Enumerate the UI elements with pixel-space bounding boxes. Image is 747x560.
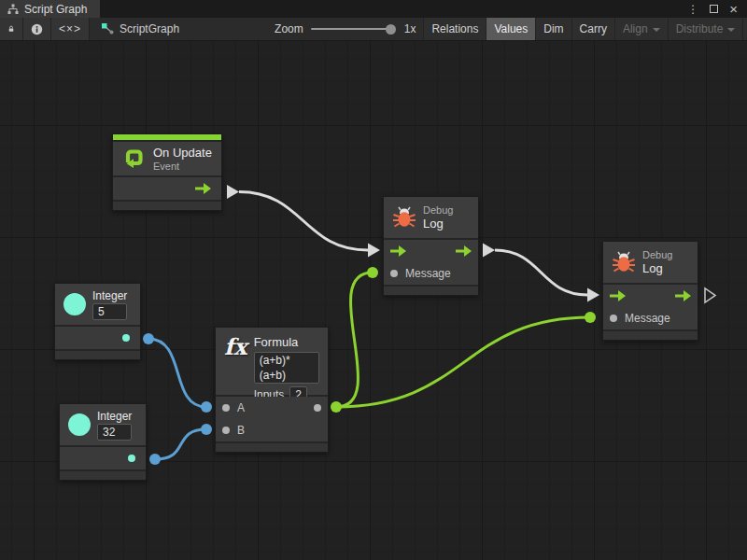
lock-icon [7, 22, 15, 35]
integer-value-field[interactable]: 32 [97, 424, 132, 441]
node-footer [384, 287, 478, 295]
formula-output-port[interactable] [314, 404, 321, 412]
node-title: Formula [254, 335, 319, 349]
event-active-strip [113, 134, 221, 140]
toolbar-button-carry[interactable]: Carry [571, 18, 614, 40]
node-title: Log [423, 217, 453, 231]
wire-endpoint [201, 401, 212, 413]
lock-button[interactable] [0, 18, 23, 40]
integer-value-field[interactable]: 5 [92, 303, 127, 320]
integer-output-port[interactable] [128, 455, 135, 462]
graph-toolbar: <×> ScriptGraph Zoom 1x Relations Values… [0, 18, 747, 41]
node-debug-log-1[interactable]: Debug Log Message [383, 196, 479, 296]
graph-hierarchy-icon [7, 4, 19, 15]
info-button[interactable] [23, 18, 51, 40]
breadcrumb-label: ScriptGraph [120, 22, 179, 35]
wire-flow-onupdate-log1[interactable] [239, 192, 368, 251]
wire-endpoint [149, 454, 161, 465]
node-on-update[interactable]: On Update Event [112, 133, 222, 211]
node-title: Integer [97, 410, 132, 423]
node-debug-log-2[interactable]: Debug Log Message [602, 241, 698, 341]
node-footer [603, 331, 698, 340]
message-input-port[interactable] [610, 315, 617, 322]
breadcrumb[interactable]: ScriptGraph [90, 18, 189, 40]
close-icon[interactable]: × [729, 2, 738, 16]
zoom-slider-handle[interactable] [386, 24, 396, 35]
window-menu-icon[interactable]: ⋮ [687, 4, 698, 15]
flow-output-port[interactable] [456, 245, 472, 257]
toolbar-button-align[interactable]: Align [614, 18, 668, 40]
flow-cap-log1 [483, 244, 495, 258]
integer-type-icon [68, 413, 91, 436]
graph-canvas[interactable]: On Update Event Debu [0, 41, 747, 560]
wire-value-int1-formula-a[interactable] [148, 339, 206, 407]
toolbar-button-dim[interactable]: Dim [535, 18, 571, 40]
toolbar-button-distribute[interactable]: Distribute [668, 18, 743, 40]
wire-endpoint [201, 424, 212, 435]
tab-script-graph[interactable]: Script Graph [0, 0, 100, 18]
flow-input-port[interactable] [390, 245, 406, 257]
node-subtitle: Event [153, 161, 212, 172]
wire-value-formula-log1[interactable] [336, 273, 373, 407]
port-label: A [237, 401, 245, 414]
debug-bug-icon [612, 250, 636, 274]
debug-bug-icon [392, 205, 416, 230]
script-graph-asset-icon [101, 22, 114, 35]
flow-arrowhead-log2 [587, 288, 599, 302]
wire-value-formula-log2[interactable] [336, 317, 590, 407]
node-category: Debug [642, 249, 672, 260]
title-bar: Script Graph ⋮ × [0, 0, 747, 18]
node-title: Integer [92, 289, 127, 302]
port-label: Message [405, 267, 451, 280]
node-title: On Update [153, 146, 212, 160]
integer-output-port[interactable] [122, 334, 130, 342]
flow-output-port[interactable] [675, 290, 691, 301]
formula-expression-field[interactable]: (a+b)*(a+b) [254, 352, 319, 384]
flow-input-port[interactable] [610, 290, 626, 301]
zoom-slider[interactable] [311, 28, 395, 30]
node-integer-2[interactable]: Integer 32 [59, 403, 147, 481]
formula-input-a-port[interactable] [222, 404, 230, 412]
flow-arrowhead-log1 [368, 244, 380, 258]
formula-fx-icon: fx [224, 335, 247, 359]
wire-endpoint [331, 401, 342, 413]
script-graph-window: Script Graph ⋮ × <×> [0, 0, 747, 560]
chevron-down-icon [653, 28, 660, 32]
info-icon [31, 23, 43, 35]
wire-flow-log1-log2[interactable] [495, 250, 587, 295]
node-footer [113, 202, 221, 210]
wire-endpoint [585, 312, 596, 323]
port-label: B [237, 424, 245, 437]
maximize-icon[interactable] [710, 5, 718, 13]
toolbar-button-relations[interactable]: Relations [423, 18, 486, 40]
wire-endpoint [367, 267, 378, 278]
flow-cap-on-update [227, 185, 239, 199]
on-update-loop-icon [121, 147, 147, 172]
wire-endpoint [143, 333, 154, 344]
node-title: Log [642, 261, 672, 275]
zoom-label: Zoom [275, 22, 303, 35]
chevron-down-icon [727, 28, 735, 32]
toolbar-button-overview[interactable]: Overview [742, 18, 747, 40]
zoom-value: 1x [402, 22, 416, 35]
node-footer [60, 471, 146, 480]
wire-value-int2-formula-b[interactable] [155, 429, 206, 459]
tab-title: Script Graph [24, 3, 87, 16]
formula-input-b-port[interactable] [222, 427, 230, 434]
flow-cap-log2-unconnected [705, 288, 715, 302]
flow-output-port[interactable] [195, 183, 211, 194]
code-icon: <×> [59, 22, 81, 35]
message-input-port[interactable] [390, 270, 398, 277]
titlebar-spacer [100, 0, 687, 18]
node-formula[interactable]: fx Formula (a+b)*(a+b) Inputs 2 A [215, 327, 329, 453]
toolbar-button-values[interactable]: Values [486, 18, 535, 40]
node-footer [55, 351, 140, 359]
code-preview-button[interactable]: <×> [51, 18, 90, 40]
node-integer-1[interactable]: Integer 5 [54, 283, 141, 360]
port-label: Message [625, 312, 670, 325]
node-category: Debug [423, 204, 453, 216]
node-footer [216, 443, 328, 452]
integer-type-icon [63, 293, 86, 315]
